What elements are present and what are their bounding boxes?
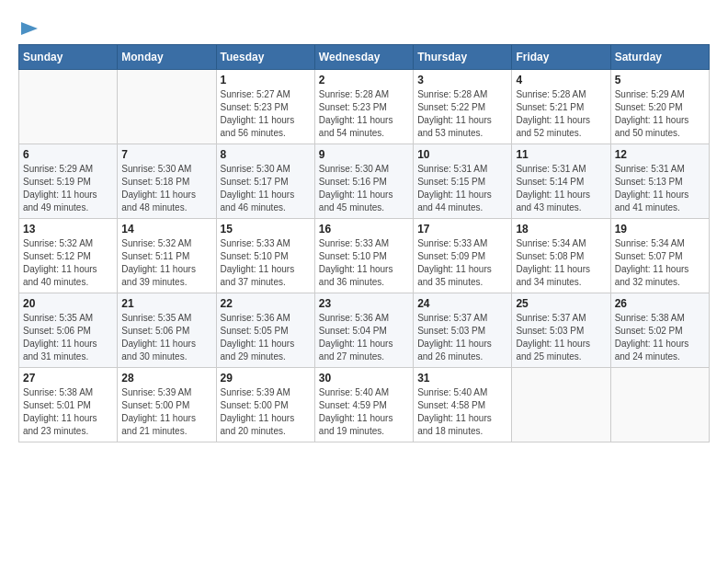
day-number: 25	[516, 297, 606, 310]
day-number: 8	[221, 148, 311, 161]
day-info: Sunrise: 5:39 AM Sunset: 5:00 PM Dayligh…	[221, 386, 311, 438]
calendar-cell: 26Sunrise: 5:38 AM Sunset: 5:02 PM Dayli…	[610, 293, 709, 368]
day-info: Sunrise: 5:28 AM Sunset: 5:21 PM Dayligh…	[516, 88, 606, 140]
day-info: Sunrise: 5:30 AM Sunset: 5:16 PM Dayligh…	[319, 163, 409, 214]
calendar-cell: 4Sunrise: 5:28 AM Sunset: 5:21 PM Daylig…	[512, 70, 610, 144]
day-number: 7	[121, 148, 211, 161]
day-info: Sunrise: 5:31 AM Sunset: 5:14 PM Dayligh…	[516, 163, 606, 214]
calendar-cell: 5Sunrise: 5:29 AM Sunset: 5:20 PM Daylig…	[610, 70, 709, 144]
day-info: Sunrise: 5:33 AM Sunset: 5:09 PM Dayligh…	[417, 237, 507, 289]
day-number: 22	[221, 297, 311, 310]
day-info: Sunrise: 5:30 AM Sunset: 5:17 PM Dayligh…	[221, 163, 311, 214]
day-number: 10	[417, 148, 507, 161]
day-info: Sunrise: 5:34 AM Sunset: 5:08 PM Dayligh…	[516, 237, 606, 289]
day-number: 29	[221, 372, 311, 385]
calendar-cell: 22Sunrise: 5:36 AM Sunset: 5:05 PM Dayli…	[216, 293, 314, 368]
day-number: 9	[319, 148, 409, 161]
page-header	[18, 18, 710, 35]
calendar-week-row: 1Sunrise: 5:27 AM Sunset: 5:23 PM Daylig…	[19, 70, 710, 144]
calendar-cell: 28Sunrise: 5:39 AM Sunset: 5:00 PM Dayli…	[118, 368, 216, 442]
svg-marker-0	[21, 22, 38, 35]
day-info: Sunrise: 5:40 AM Sunset: 4:59 PM Dayligh…	[319, 386, 409, 438]
calendar-cell: 25Sunrise: 5:37 AM Sunset: 5:03 PM Dayli…	[512, 293, 610, 368]
day-number: 4	[516, 74, 606, 86]
weekday-header-tuesday: Tuesday	[216, 45, 314, 70]
logo-arrow-icon	[19, 18, 40, 39]
day-info: Sunrise: 5:36 AM Sunset: 5:04 PM Dayligh…	[319, 312, 409, 363]
weekday-header-saturday: Saturday	[610, 45, 709, 70]
calendar-cell: 2Sunrise: 5:28 AM Sunset: 5:23 PM Daylig…	[314, 70, 413, 144]
day-info: Sunrise: 5:32 AM Sunset: 5:11 PM Dayligh…	[121, 237, 211, 289]
day-number: 21	[121, 297, 211, 310]
day-number: 12	[615, 148, 705, 161]
day-info: Sunrise: 5:36 AM Sunset: 5:05 PM Dayligh…	[221, 312, 311, 363]
calendar-cell: 18Sunrise: 5:34 AM Sunset: 5:08 PM Dayli…	[512, 219, 610, 293]
day-info: Sunrise: 5:28 AM Sunset: 5:22 PM Dayligh…	[417, 88, 507, 140]
day-info: Sunrise: 5:27 AM Sunset: 5:23 PM Dayligh…	[221, 88, 311, 140]
day-number: 30	[319, 372, 409, 385]
day-info: Sunrise: 5:30 AM Sunset: 5:18 PM Dayligh…	[121, 163, 211, 214]
calendar-cell: 19Sunrise: 5:34 AM Sunset: 5:07 PM Dayli…	[610, 219, 709, 293]
day-number: 17	[417, 223, 507, 236]
day-number: 13	[23, 223, 113, 236]
day-number: 31	[417, 372, 507, 385]
calendar-cell	[19, 70, 118, 144]
day-number: 26	[615, 297, 705, 310]
day-info: Sunrise: 5:35 AM Sunset: 5:06 PM Dayligh…	[23, 312, 113, 363]
calendar-cell: 14Sunrise: 5:32 AM Sunset: 5:11 PM Dayli…	[118, 219, 216, 293]
calendar-cell	[118, 70, 216, 144]
calendar-cell: 11Sunrise: 5:31 AM Sunset: 5:14 PM Dayli…	[512, 144, 610, 219]
calendar-cell: 7Sunrise: 5:30 AM Sunset: 5:18 PM Daylig…	[118, 144, 216, 219]
weekday-header-wednesday: Wednesday	[314, 45, 413, 70]
day-info: Sunrise: 5:33 AM Sunset: 5:10 PM Dayligh…	[319, 237, 409, 289]
calendar-week-row: 13Sunrise: 5:32 AM Sunset: 5:12 PM Dayli…	[19, 219, 710, 293]
calendar-cell: 20Sunrise: 5:35 AM Sunset: 5:06 PM Dayli…	[19, 293, 118, 368]
day-number: 28	[121, 372, 211, 385]
calendar-cell: 24Sunrise: 5:37 AM Sunset: 5:03 PM Dayli…	[414, 293, 512, 368]
day-number: 18	[516, 223, 606, 236]
calendar-cell: 16Sunrise: 5:33 AM Sunset: 5:10 PM Dayli…	[314, 219, 413, 293]
day-info: Sunrise: 5:35 AM Sunset: 5:06 PM Dayligh…	[121, 312, 211, 363]
day-number: 16	[319, 223, 409, 236]
day-number: 23	[319, 297, 409, 310]
day-info: Sunrise: 5:29 AM Sunset: 5:19 PM Dayligh…	[23, 163, 113, 214]
calendar-cell: 13Sunrise: 5:32 AM Sunset: 5:12 PM Dayli…	[19, 219, 118, 293]
calendar-cell: 23Sunrise: 5:36 AM Sunset: 5:04 PM Dayli…	[314, 293, 413, 368]
calendar-cell: 9Sunrise: 5:30 AM Sunset: 5:16 PM Daylig…	[314, 144, 413, 219]
calendar-cell: 15Sunrise: 5:33 AM Sunset: 5:10 PM Dayli…	[216, 219, 314, 293]
day-number: 27	[23, 372, 113, 385]
day-number: 1	[221, 74, 311, 86]
day-number: 24	[417, 297, 507, 310]
day-info: Sunrise: 5:40 AM Sunset: 4:58 PM Dayligh…	[417, 386, 507, 438]
day-info: Sunrise: 5:28 AM Sunset: 5:23 PM Dayligh…	[319, 88, 409, 140]
logo	[18, 18, 40, 35]
calendar-cell: 27Sunrise: 5:38 AM Sunset: 5:01 PM Dayli…	[19, 368, 118, 442]
calendar-cell: 29Sunrise: 5:39 AM Sunset: 5:00 PM Dayli…	[216, 368, 314, 442]
day-number: 11	[516, 148, 606, 161]
weekday-header-monday: Monday	[118, 45, 216, 70]
calendar-table: SundayMondayTuesdayWednesdayThursdayFrid…	[18, 44, 710, 442]
day-info: Sunrise: 5:37 AM Sunset: 5:03 PM Dayligh…	[417, 312, 507, 363]
calendar-cell: 10Sunrise: 5:31 AM Sunset: 5:15 PM Dayli…	[414, 144, 512, 219]
day-info: Sunrise: 5:31 AM Sunset: 5:15 PM Dayligh…	[417, 163, 507, 214]
day-number: 14	[121, 223, 211, 236]
day-info: Sunrise: 5:31 AM Sunset: 5:13 PM Dayligh…	[615, 163, 705, 214]
day-number: 6	[23, 148, 113, 161]
day-info: Sunrise: 5:39 AM Sunset: 5:00 PM Dayligh…	[121, 386, 211, 438]
day-number: 19	[615, 223, 705, 236]
calendar-cell: 21Sunrise: 5:35 AM Sunset: 5:06 PM Dayli…	[118, 293, 216, 368]
calendar-cell: 3Sunrise: 5:28 AM Sunset: 5:22 PM Daylig…	[414, 70, 512, 144]
weekday-header-sunday: Sunday	[19, 45, 118, 70]
calendar-week-row: 6Sunrise: 5:29 AM Sunset: 5:19 PM Daylig…	[19, 144, 710, 219]
calendar-cell	[512, 368, 610, 442]
day-number: 20	[23, 297, 113, 310]
calendar-cell: 6Sunrise: 5:29 AM Sunset: 5:19 PM Daylig…	[19, 144, 118, 219]
calendar-cell: 31Sunrise: 5:40 AM Sunset: 4:58 PM Dayli…	[414, 368, 512, 442]
calendar-week-row: 27Sunrise: 5:38 AM Sunset: 5:01 PM Dayli…	[19, 368, 710, 442]
calendar-week-row: 20Sunrise: 5:35 AM Sunset: 5:06 PM Dayli…	[19, 293, 710, 368]
calendar-cell	[610, 368, 709, 442]
day-number: 3	[417, 74, 507, 86]
day-info: Sunrise: 5:29 AM Sunset: 5:20 PM Dayligh…	[615, 88, 705, 140]
calendar-cell: 1Sunrise: 5:27 AM Sunset: 5:23 PM Daylig…	[216, 70, 314, 144]
day-info: Sunrise: 5:33 AM Sunset: 5:10 PM Dayligh…	[221, 237, 311, 289]
